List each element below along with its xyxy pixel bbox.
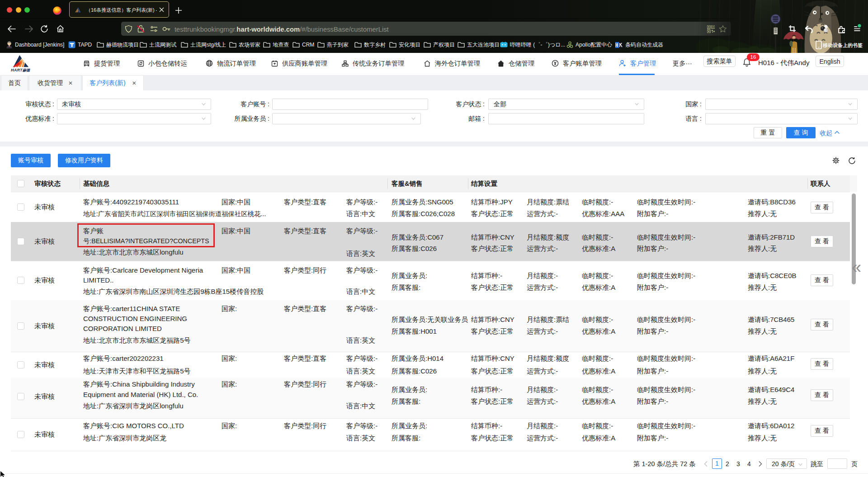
svg-text:HART赫德: HART赫德 — [11, 68, 31, 72]
